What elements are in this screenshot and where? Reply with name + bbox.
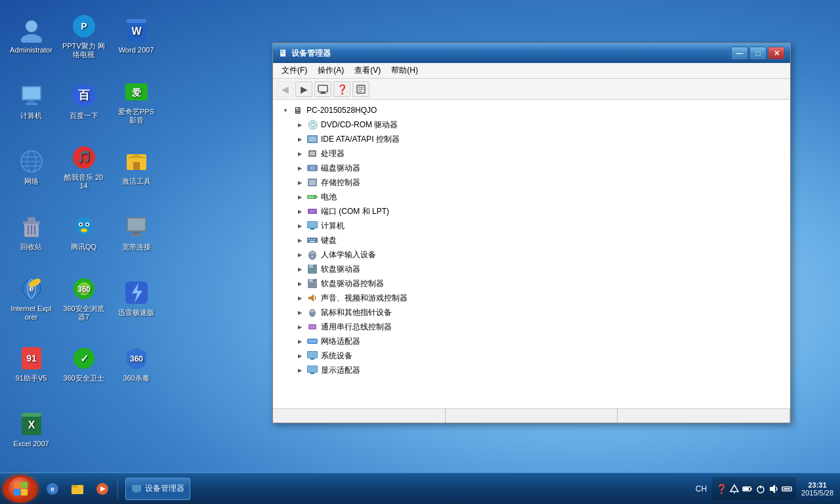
menu-view[interactable]: 查看(V)	[349, 64, 386, 77]
svg-rect-96	[313, 280, 314, 282]
desktop-icon-360guard[interactable]: ✓ 360安全卫士	[59, 335, 108, 394]
taskbar-media-icon[interactable]	[91, 477, 114, 501]
toolbar-device[interactable]	[314, 81, 331, 97]
desktop-icon-word2007[interactable]: W Word 2007	[112, 7, 161, 66]
svg-rect-75	[316, 196, 318, 198]
word2007-icon: W	[123, 17, 150, 43]
port-toggle[interactable]	[294, 205, 306, 217]
svg-rect-60	[320, 93, 326, 94]
processor-icon	[306, 148, 319, 159]
svg-point-120	[734, 492, 735, 494]
desktop-icon-excel2007[interactable]: X Excel 2007	[7, 400, 56, 459]
window-title-text: 设备管理器	[291, 48, 727, 59]
battery-toggle[interactable]	[294, 191, 306, 203]
usb-toggle[interactable]	[294, 321, 306, 333]
display-toggle[interactable]	[294, 364, 306, 376]
desktop-icon-antivirus360[interactable]: 360 360杀毒	[112, 335, 161, 394]
start-button[interactable]	[3, 475, 38, 503]
desktop-icon-360browser[interactable]: 360 360安全浏览器7	[59, 269, 108, 328]
tray-network[interactable]	[781, 483, 793, 495]
floppy-toggle[interactable]	[294, 263, 306, 275]
desktop-icon-91assistant[interactable]: 91 91助手V5	[7, 335, 56, 394]
svg-rect-58	[318, 85, 327, 92]
desktop-icon-administrator[interactable]: Administrator	[7, 7, 56, 66]
desktop-icon-ie[interactable]: e Internet Explorer	[7, 269, 56, 328]
menu-help[interactable]: 帮助(H)	[386, 64, 423, 77]
disk-toggle[interactable]	[294, 162, 306, 174]
processor-toggle[interactable]	[294, 148, 306, 159]
tree-item-computer[interactable]: 计算机	[287, 219, 790, 233]
maximize-button[interactable]: □	[749, 47, 766, 60]
mouse-toggle[interactable]	[294, 306, 306, 318]
tree-root-toggle[interactable]	[280, 104, 291, 116]
desktop-icon-thunder[interactable]: 迅雷极速版	[112, 269, 161, 328]
thunder-icon	[123, 280, 150, 306]
tree-item-network[interactable]: 网络适配器	[287, 334, 790, 348]
storage-toggle[interactable]	[294, 177, 306, 188]
tree-item-system[interactable]: 系统设备	[287, 348, 790, 363]
tray-volume[interactable]	[768, 483, 780, 495]
floppy-ctrl-toggle[interactable]	[294, 278, 306, 289]
ide-toggle[interactable]	[294, 133, 306, 145]
tray-battery[interactable]	[742, 483, 753, 495]
desktop-icon-kuwo[interactable]: 🎵 酷我音乐 2014	[59, 138, 108, 197]
tree-item-usb[interactable]: 通用串行总线控制器	[287, 320, 790, 334]
close-button[interactable]: ✕	[768, 47, 785, 60]
network-dev-toggle[interactable]	[294, 335, 306, 347]
toolbar-properties[interactable]	[352, 81, 369, 97]
taskbar-explorer-icon[interactable]	[66, 477, 89, 501]
taskbar-ie-icon[interactable]: e	[41, 477, 64, 501]
disk-icon	[306, 162, 319, 174]
tree-item-display[interactable]: 显示适配器	[287, 363, 790, 377]
desktop-icon-recycle[interactable]: 回收站	[7, 203, 56, 262]
desktop-icon-baidu[interactable]: 百 百度一下	[59, 72, 108, 131]
toolbar-help[interactable]: ❓	[333, 81, 350, 97]
svg-rect-117	[132, 485, 141, 492]
tree-item-keyboard[interactable]: 键盘	[287, 233, 790, 247]
taskbar-devmgr-button[interactable]: 设备管理器	[125, 478, 190, 500]
svg-point-31	[76, 217, 92, 236]
tree-item-storage[interactable]: 存储控制器	[287, 175, 790, 190]
desktop-icon-qq[interactable]: 腾讯QQ	[59, 203, 108, 262]
menu-action[interactable]: 操作(A)	[312, 64, 349, 77]
qq-icon	[71, 214, 97, 240]
tree-item-disk[interactable]: 磁盘驱动器	[287, 161, 790, 175]
svg-rect-106	[308, 352, 317, 358]
sound-toggle[interactable]	[294, 292, 306, 304]
system-toggle[interactable]	[294, 350, 306, 362]
tray-notify[interactable]	[728, 483, 740, 495]
window-titlebar: 🖥 设备管理器 — □ ✕	[273, 43, 790, 63]
tree-item-processor[interactable]: 处理器	[287, 146, 790, 161]
clock[interactable]: 23:31 2015/5/28	[798, 481, 837, 497]
tree-item-sound[interactable]: 声音、视频和游戏控制器	[287, 291, 790, 305]
menu-file[interactable]: 文件(F)	[276, 64, 312, 77]
computer-toggle[interactable]	[294, 220, 306, 232]
tray-help[interactable]: ❓	[715, 483, 727, 495]
baidu-icon: 百	[71, 83, 97, 109]
device-tree[interactable]: 🖥 PC-20150528HQJO 💿 DVD/CD-ROM 驱动器 IDE A…	[273, 100, 790, 408]
desktop-icon-pptv[interactable]: P PPTV聚力 网络电视	[59, 7, 108, 66]
hid-toggle[interactable]	[294, 249, 306, 261]
toolbar-back[interactable]: ◀	[276, 81, 293, 97]
desktop-icon-network[interactable]: 网络	[7, 138, 56, 197]
tree-item-floppy[interactable]: 软盘驱动器	[287, 262, 790, 276]
desktop-icon-computer[interactable]: 计算机	[7, 72, 56, 131]
desktop-icon-jihuotool[interactable]: 激活工具	[112, 138, 161, 197]
tray-power[interactable]	[755, 483, 766, 495]
tree-item-floppy-ctrl[interactable]: 软盘驱动器控制器	[287, 276, 790, 291]
tree-item-dvd[interactable]: 💿 DVD/CD-ROM 驱动器	[287, 117, 790, 132]
toolbar-forward[interactable]: ▶	[295, 81, 312, 97]
tree-item-mouse[interactable]: 鼠标和其他指针设备	[287, 305, 790, 320]
tree-item-battery[interactable]: 电池	[287, 190, 790, 204]
dvd-toggle[interactable]	[294, 119, 306, 131]
keyboard-toggle[interactable]	[294, 234, 306, 246]
tree-root[interactable]: 🖥 PC-20150528HQJO	[273, 103, 790, 117]
tree-item-ide[interactable]: IDE ATA/ATAPI 控制器	[287, 132, 790, 146]
desktop-icon-broadband[interactable]: 宽带连接	[112, 203, 161, 262]
svg-point-1	[21, 34, 42, 43]
tree-item-hid[interactable]: 人体学输入设备	[287, 247, 790, 262]
minimize-button[interactable]: —	[731, 47, 748, 60]
desktop-icon-aiqiyi[interactable]: 爱 爱奇艺PPS 影音	[112, 72, 161, 131]
window-menubar: 文件(F) 操作(A) 查看(V) 帮助(H)	[273, 63, 790, 79]
tree-item-port[interactable]: 端口 (COM 和 LPT)	[287, 204, 790, 219]
